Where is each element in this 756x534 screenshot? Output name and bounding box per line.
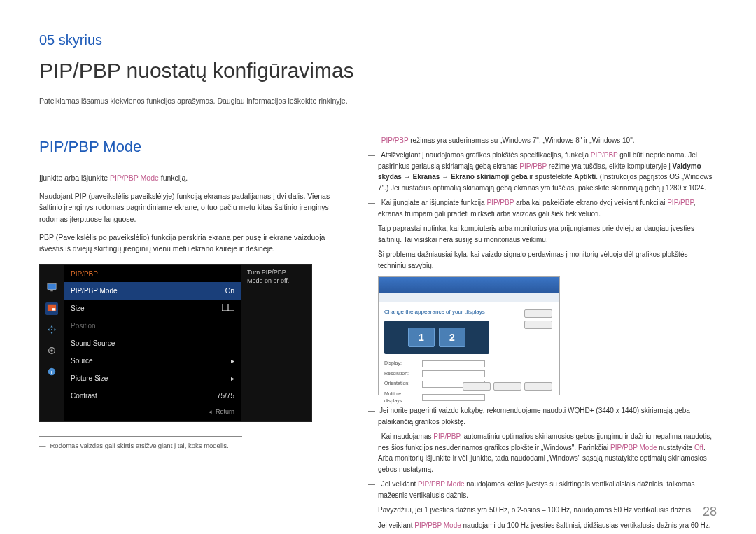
- monitor-1-icon: 1: [408, 328, 435, 347]
- info-icon: i: [46, 365, 58, 378]
- pip-icon: [46, 302, 58, 315]
- osd-row-position: Position: [64, 317, 241, 335]
- osd-row-mode: PIP/PBP ModeOn: [64, 282, 241, 300]
- note-3: Kai įjungiate ar išjungiate funkciją PIP…: [368, 197, 717, 219]
- monitor-preview: 1 2: [384, 321, 489, 354]
- monitor-icon: [46, 281, 58, 294]
- chapter-title: PIP/PBP nuostatų konfigūravimas: [39, 55, 717, 86]
- osd-row-contrast: Contrast75/75: [64, 387, 241, 405]
- win-toolbar: [379, 293, 559, 302]
- left-footnote: Rodomas vaizdas gali skirtis atsižvelgia…: [39, 441, 340, 451]
- svg-rect-3: [52, 308, 55, 311]
- note-3-sub1: Taip paprastai nutinka, kai kompiuteris …: [368, 223, 717, 245]
- note-6-sub2: Jei veikiant PIP/PBP Mode naudojami du 1…: [368, 520, 717, 531]
- note-1: PIP/PBP režimas yra suderinamas su „Wind…: [368, 135, 717, 146]
- svg-rect-4: [51, 329, 52, 330]
- osd-row-source: Source▸: [64, 352, 241, 370]
- section-title: PIP/PBP Mode: [39, 135, 340, 158]
- cancel-button: [493, 382, 522, 391]
- note-5: Kai naudojamas PIP/PBP, automatiniu opti…: [368, 431, 717, 475]
- svg-text:i: i: [51, 369, 52, 376]
- gear-icon: [46, 344, 58, 357]
- note-4: Jei norite pagerinti vaizdo kokybę, reko…: [368, 405, 717, 427]
- osd-row-size: Size: [64, 300, 241, 317]
- chapter-label: 05 skyrius: [39, 29, 717, 50]
- note-3-sub2: Ši problema dažniausiai kyla, kai vaizdo…: [368, 249, 717, 271]
- osd-footer: ◂ Return: [64, 405, 241, 421]
- svg-rect-0: [48, 284, 56, 290]
- windows-screenshot: Change the appearance of your displays 1…: [378, 276, 560, 395]
- move-icon: [46, 323, 58, 336]
- identify-button: [524, 321, 552, 329]
- chapter-desc: Pateikiamas išsamus kiekvienos funkcijos…: [39, 96, 717, 107]
- size-split-icon: [222, 303, 234, 314]
- intro-para-3: PBP (Paveikslėlis po paveikslėlio) funkc…: [39, 232, 340, 255]
- osd-row-sound: Sound Source: [64, 335, 241, 352]
- osd-header: PIP/PBP: [64, 265, 241, 282]
- osd-sidebar-icons: i: [40, 265, 64, 421]
- detect-button: [524, 309, 552, 318]
- osd-tip: Turn PIP/PBP Mode on or off.: [241, 265, 312, 421]
- intro-para-1: Įjunkite arba išjunkite PIP/PBP Mode fun…: [39, 172, 340, 183]
- svg-rect-1: [50, 290, 53, 292]
- intro-para-2: Naudojant PIP (paveikslėlis paveikslėlyj…: [39, 190, 340, 225]
- ok-button: [463, 382, 491, 391]
- monitor-2-icon: 2: [439, 328, 465, 347]
- footnote-rule: [39, 436, 242, 437]
- apply-button: [524, 382, 552, 391]
- note-6: Jei veikiant PIP/PBP Mode naudojamos kel…: [368, 479, 717, 500]
- osd-row-picsize: Picture Size▸: [64, 370, 241, 387]
- osd-menu: i PIP/PBP PIP/PBP ModeOn Size Position: [39, 264, 312, 422]
- svg-point-6: [50, 350, 53, 353]
- page-number: 28: [703, 503, 717, 521]
- win-titlebar: [379, 277, 559, 293]
- note-6-sub1: Pavyzdžiui, jei 1 įvesties dažnis yra 50…: [368, 505, 717, 516]
- note-2: Atsižvelgiant į naudojamos grafikos plok…: [368, 150, 717, 193]
